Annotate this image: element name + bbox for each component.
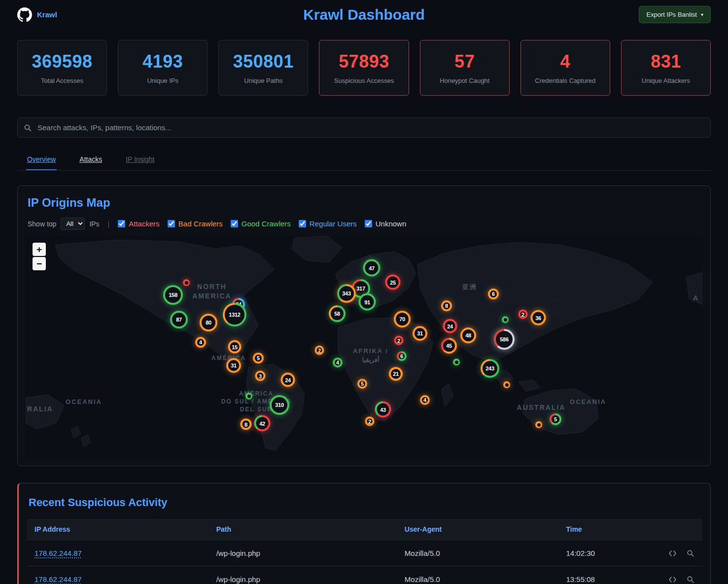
- actions-column-header: [653, 519, 702, 540]
- map-geo-label: AFRIKA / أفريقيا: [353, 347, 388, 364]
- map-marker[interactable]: 24: [281, 373, 295, 387]
- filter-checkbox[interactable]: [168, 220, 175, 227]
- map-marker[interactable]: 47: [363, 259, 381, 277]
- tab-ip-insight[interactable]: IP Insight: [125, 149, 155, 170]
- stat-card: 4193 Unique IPs: [118, 40, 208, 96]
- filter-checkbox[interactable]: [231, 220, 238, 227]
- column-header: User-Agent: [397, 519, 558, 540]
- map-marker[interactable]: 2: [315, 346, 324, 355]
- map-filter-attackers[interactable]: Attackers: [118, 219, 160, 228]
- map-marker[interactable]: [503, 381, 510, 388]
- show-top-label: Show top: [28, 220, 56, 228]
- map-geo-label: AUSTRALIA: [517, 403, 566, 412]
- map-marker[interactable]: [183, 279, 190, 286]
- stat-label: Suspicious Accesses: [334, 77, 394, 84]
- filter-checkbox[interactable]: [365, 220, 372, 227]
- code-icon[interactable]: [668, 550, 677, 557]
- activity-table-header: IP AddressPathUser-AgentTime: [27, 519, 702, 540]
- tab-attacks[interactable]: Attacks: [78, 149, 103, 170]
- code-icon[interactable]: [668, 576, 677, 583]
- map-marker[interactable]: 8: [241, 419, 252, 430]
- map-marker[interactable]: 80: [200, 314, 217, 331]
- stat-label: Credentials Captured: [535, 77, 595, 84]
- show-top-select[interactable]: All: [61, 218, 85, 230]
- map-marker[interactable]: 87: [170, 311, 188, 328]
- map-marker[interactable]: 70: [394, 311, 411, 328]
- map-filter-regular-users[interactable]: Regular Users: [299, 219, 357, 228]
- map-marker[interactable]: [535, 421, 542, 428]
- recent-suspicious-activity-panel: Recent Suspicious Activity IP AddressPat…: [17, 483, 711, 584]
- map-marker[interactable]: 36: [531, 310, 546, 326]
- map-filter-good-crawlers[interactable]: Good Crawlers: [231, 219, 291, 228]
- map-marker[interactable]: 5: [253, 353, 264, 364]
- map-marker[interactable]: 31: [226, 358, 241, 373]
- row-actions: [653, 566, 702, 584]
- map-filters: Attackers Bad Crawlers Good Crawlers Reg…: [118, 219, 414, 228]
- map-marker[interactable]: 4: [195, 337, 206, 348]
- filter-checkbox[interactable]: [118, 220, 125, 227]
- map-marker[interactable]: [453, 359, 460, 365]
- map-marker[interactable]: 42: [254, 415, 271, 432]
- map-marker[interactable]: 243: [481, 359, 499, 378]
- map-filter-unknown[interactable]: Unknown: [365, 219, 407, 228]
- map-marker[interactable]: 1312: [223, 303, 246, 327]
- user-agent-cell: Mozilla/5.0: [397, 540, 558, 566]
- zoom-in-button[interactable]: +: [33, 243, 46, 256]
- map-marker[interactable]: 5: [357, 379, 367, 389]
- map-geo-label: OCEANIA: [570, 398, 606, 406]
- tab-bar: Overview Attacks IP Insight: [17, 149, 711, 171]
- map-marker[interactable]: 43: [375, 402, 391, 418]
- map-marker[interactable]: 4: [333, 358, 343, 367]
- ip-origins-map-panel: IP Origins Map Show top All IPs | Attack…: [17, 185, 711, 466]
- map-marker[interactable]: 2: [394, 336, 404, 345]
- map-filter-bad-crawlers[interactable]: Bad Crawlers: [168, 219, 223, 228]
- map-marker[interactable]: 21: [389, 367, 403, 381]
- zoom-out-button[interactable]: −: [33, 257, 46, 270]
- stat-value: 831: [651, 51, 681, 72]
- stat-value: 350801: [233, 51, 294, 72]
- world-map[interactable]: + − NORTH AMERICA AMÉRICA AFRIKA / أفريق…: [26, 236, 702, 458]
- map-marker[interactable]: 48: [460, 328, 476, 343]
- activity-row: 178.62.244.87 /wp-login.php Mozilla/5.0 …: [27, 566, 702, 584]
- stat-card: 57893 Suspicious Accesses: [319, 40, 409, 96]
- search-icon[interactable]: [687, 549, 694, 557]
- path-cell: /wp-login.php: [208, 566, 397, 584]
- activity-table: IP AddressPathUser-AgentTime 178.62.244.…: [27, 519, 702, 584]
- search-icon[interactable]: [687, 576, 694, 584]
- map-marker[interactable]: 310: [270, 395, 289, 415]
- map-marker[interactable]: 343: [337, 284, 356, 303]
- map-marker[interactable]: 6: [488, 289, 499, 299]
- map-marker[interactable]: 5: [550, 413, 561, 425]
- ip-link[interactable]: 178.62.244.87: [35, 549, 82, 557]
- search-input[interactable]: [17, 117, 711, 138]
- map-marker[interactable]: 3: [255, 371, 266, 381]
- map-marker[interactable]: 6: [397, 351, 407, 361]
- map-marker[interactable]: 58: [329, 305, 346, 322]
- map-marker[interactable]: 31: [413, 326, 427, 341]
- map-marker[interactable]: 45: [441, 338, 457, 354]
- map-marker[interactable]: 4: [420, 395, 430, 405]
- map-marker[interactable]: 25: [385, 275, 401, 290]
- map-marker[interactable]: 24: [443, 319, 457, 333]
- map-geo-label: 亚洲: [462, 283, 477, 292]
- tab-overview[interactable]: Overview: [26, 149, 57, 170]
- export-banlist-button[interactable]: Export IPs Banlist ▾: [639, 6, 711, 23]
- map-marker[interactable]: 586: [494, 329, 515, 350]
- map-marker[interactable]: [502, 316, 509, 323]
- ip-link[interactable]: 178.62.244.87: [35, 575, 82, 584]
- github-logo-icon: [17, 7, 32, 22]
- column-header: IP Address: [27, 519, 208, 540]
- map-marker[interactable]: 2: [519, 310, 528, 319]
- map-marker[interactable]: 158: [163, 285, 183, 305]
- stat-card: 831 Unique Attackers: [621, 40, 711, 96]
- map-marker[interactable]: 2: [365, 417, 375, 426]
- map-marker[interactable]: 91: [359, 293, 376, 311]
- map-marker[interactable]: 8: [441, 300, 452, 311]
- filter-label: Bad Crawlers: [178, 219, 223, 228]
- filter-checkbox[interactable]: [299, 220, 306, 227]
- controls-divider: |: [108, 220, 110, 228]
- map-marker[interactable]: 15: [228, 340, 242, 354]
- column-header: Path: [208, 519, 397, 540]
- filter-label: Good Crawlers: [242, 219, 291, 228]
- map-marker[interactable]: [245, 393, 252, 400]
